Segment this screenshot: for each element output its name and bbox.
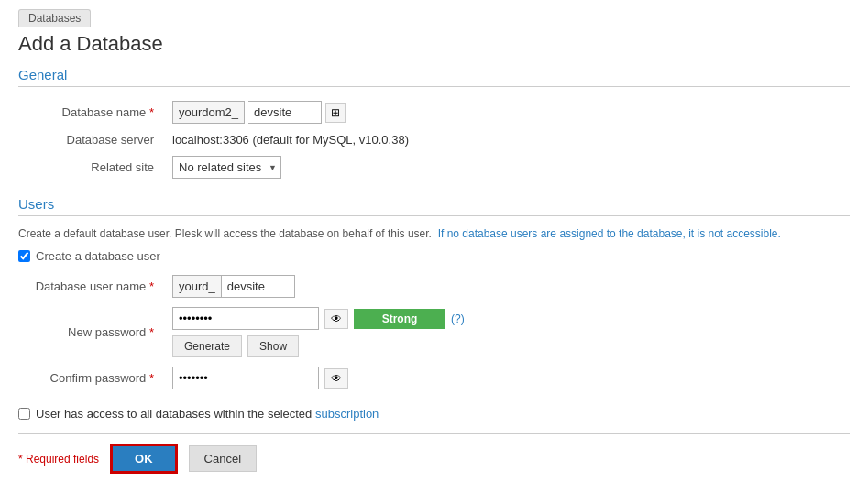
footer-row: * Required fields OK Cancel — [18, 433, 850, 474]
generate-button[interactable]: Generate — [172, 335, 242, 357]
db-name-prefix: yourdom2_ — [172, 101, 245, 124]
cancel-button[interactable]: Cancel — [189, 445, 257, 472]
confirm-eye-icon[interactable]: 👁 — [324, 368, 348, 389]
subscription-link[interactable]: subscription — [315, 407, 379, 421]
database-name-row: Database name * yourdom2_ ⊞ — [18, 96, 850, 128]
create-db-user-label: Create a database user — [36, 249, 160, 263]
user-form: Database user name * yourd_ New password… — [18, 270, 850, 394]
database-server-row: Database server localhost:3306 (default … — [18, 128, 850, 151]
new-password-field-wrap: 👁 Strong (?) — [172, 307, 842, 330]
database-server-value: localhost:3306 (default for MySQL, v10.0… — [165, 128, 850, 151]
related-site-select[interactable]: No related sites — [172, 156, 281, 179]
confirm-password-input[interactable] — [172, 367, 319, 389]
all-databases-row: User has access to all databases within … — [18, 407, 850, 421]
related-site-label: Related site — [18, 151, 165, 183]
new-password-label: New password * — [18, 302, 165, 362]
new-password-row: New password * 👁 Strong (?) Generate Sho… — [18, 302, 850, 362]
breadcrumb[interactable]: Databases — [18, 9, 91, 27]
password-btn-row: Generate Show — [172, 335, 842, 357]
db-user-name-label: Database user name * — [18, 270, 165, 302]
users-info-text: Create a default database user. Plesk wi… — [18, 225, 850, 242]
confirm-password-field-wrap: 👁 — [172, 367, 842, 389]
ok-button[interactable]: OK — [110, 444, 178, 474]
user-name-prefix: yourd_ — [172, 275, 222, 298]
page-title: Add a Database — [18, 32, 850, 56]
db-user-name-input-group: yourd_ — [172, 275, 842, 298]
database-name-input-group: yourdom2_ ⊞ — [172, 101, 842, 124]
all-databases-checkbox[interactable] — [18, 408, 30, 420]
confirm-password-label: Confirm password * — [18, 362, 165, 394]
db-user-name-row: Database user name * yourd_ — [18, 270, 850, 302]
confirm-password-row: Confirm password * 👁 — [18, 362, 850, 394]
user-name-suffix-input[interactable] — [222, 275, 295, 298]
required-note: * Required fields — [18, 453, 99, 466]
related-site-row: Related site No related sites — [18, 151, 850, 183]
password-strength-bar: Strong — [354, 309, 445, 329]
section-users: Users — [18, 196, 850, 216]
general-form: Database name * yourdom2_ ⊞ Database ser… — [18, 96, 850, 183]
show-button[interactable]: Show — [247, 335, 299, 357]
db-name-icon-button[interactable]: ⊞ — [325, 103, 346, 123]
all-databases-label: User has access to all databases within … — [36, 407, 379, 421]
new-password-input[interactable] — [172, 307, 319, 330]
create-db-user-checkbox[interactable] — [18, 250, 30, 262]
database-name-label: Database name * — [18, 96, 165, 128]
password-help-link[interactable]: (?) — [451, 312, 465, 325]
users-section: Users Create a default database user. Pl… — [18, 196, 850, 421]
create-db-user-row: Create a database user — [18, 249, 850, 263]
database-server-label: Database server — [18, 128, 165, 151]
section-general: General — [18, 67, 850, 87]
db-name-suffix-input[interactable] — [248, 101, 322, 124]
password-eye-icon[interactable]: 👁 — [324, 309, 348, 329]
related-site-wrapper: No related sites — [172, 156, 281, 179]
